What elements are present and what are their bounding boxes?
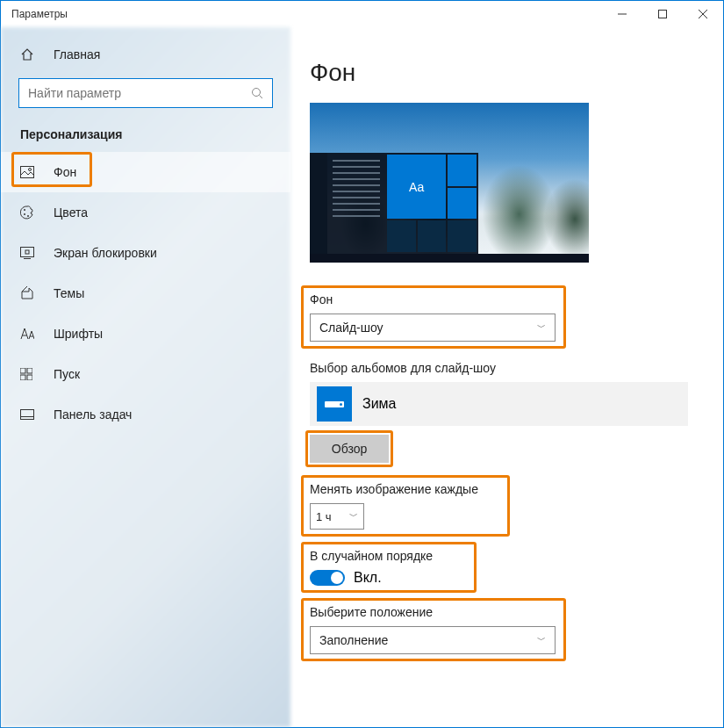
drive-icon [317, 386, 352, 422]
sidebar-item-label: Фон [54, 165, 76, 179]
background-dropdown[interactable]: Слайд-шоу ﹀ [310, 314, 556, 342]
chevron-down-icon: ﹀ [537, 634, 546, 646]
svg-point-10 [27, 215, 29, 217]
svg-point-4 [253, 89, 261, 97]
sidebar-item-label: Пуск [54, 367, 80, 381]
album-label: Выбор альбомов для слайд-шоу [310, 361, 688, 375]
background-label: Фон [310, 292, 688, 306]
main-panel: Фон Aa Фон Слайд [290, 27, 723, 727]
shuffle-value: Вкл. [354, 570, 382, 586]
svg-point-9 [24, 213, 25, 215]
svg-rect-6 [21, 167, 34, 178]
shuffle-label: В случайном порядке [310, 549, 688, 563]
shuffle-toggle[interactable] [310, 570, 345, 586]
chevron-down-icon: ﹀ [537, 321, 546, 334]
chevron-down-icon: ﹀ [349, 510, 358, 523]
search-input[interactable] [28, 86, 251, 100]
sidebar-item-taskbar[interactable]: Панель задач [1, 394, 290, 435]
minimize-button[interactable] [602, 1, 642, 27]
preview-sample-text: Aa [387, 155, 446, 219]
sidebar-item-label: Экран блокировки [54, 246, 157, 260]
svg-line-5 [260, 96, 263, 99]
start-icon [20, 368, 38, 380]
taskbar-icon [20, 409, 38, 420]
sidebar: Главная Персонализация Фон [1, 27, 290, 727]
svg-rect-11 [21, 248, 34, 257]
themes-icon [20, 286, 38, 300]
svg-point-8 [24, 209, 25, 211]
svg-rect-13 [25, 250, 29, 254]
svg-rect-15 [27, 368, 32, 373]
sidebar-item-label: Шрифты [54, 327, 103, 341]
home-link[interactable]: Главная [1, 36, 290, 73]
svg-point-7 [29, 169, 32, 171]
sidebar-item-label: Темы [54, 286, 84, 300]
titlebar: Параметры [1, 1, 723, 27]
svg-rect-1 [659, 11, 667, 18]
palette-icon [20, 205, 38, 220]
change-interval-label: Менять изображение каждые [310, 482, 688, 496]
home-label: Главная [54, 47, 100, 61]
fit-dropdown[interactable]: Заполнение ﹀ [310, 626, 556, 654]
sidebar-item-background[interactable]: Фон [1, 152, 290, 192]
background-value: Слайд-шоу [319, 321, 384, 335]
browse-button[interactable]: Обзор [310, 435, 389, 463]
album-row[interactable]: Зима [310, 382, 688, 426]
picture-icon [20, 166, 38, 178]
search-icon [251, 87, 263, 99]
change-interval-dropdown[interactable]: 1 ч ﹀ [310, 503, 364, 530]
settings-window: Параметры Главная [0, 0, 724, 728]
sidebar-item-label: Цвета [54, 205, 88, 220]
window-title: Параметры [11, 8, 68, 20]
album-name: Зима [362, 396, 397, 412]
home-icon [20, 47, 38, 61]
svg-rect-16 [20, 375, 25, 380]
desktop-preview: Aa [310, 103, 589, 263]
change-interval-value: 1 ч [316, 510, 332, 523]
sidebar-item-start[interactable]: Пуск [1, 354, 290, 394]
fit-value: Заполнение [319, 633, 388, 647]
svg-rect-18 [21, 410, 34, 420]
section-title: Персонализация [1, 120, 290, 152]
sidebar-item-label: Панель задач [54, 407, 132, 422]
sidebar-item-colors[interactable]: Цвета [1, 192, 290, 233]
sidebar-item-themes[interactable]: Темы [1, 273, 290, 314]
sidebar-item-fonts[interactable]: Шрифты [1, 314, 290, 354]
svg-rect-14 [20, 368, 25, 373]
maximize-button[interactable] [642, 1, 683, 27]
fonts-icon [20, 328, 38, 340]
close-button[interactable] [683, 1, 723, 27]
lockscreen-icon [20, 247, 38, 259]
sidebar-item-lockscreen[interactable]: Экран блокировки [1, 233, 290, 273]
search-box[interactable] [18, 78, 273, 108]
page-heading: Фон [310, 59, 688, 87]
svg-rect-17 [27, 375, 32, 380]
fit-label: Выберите положение [310, 605, 688, 619]
